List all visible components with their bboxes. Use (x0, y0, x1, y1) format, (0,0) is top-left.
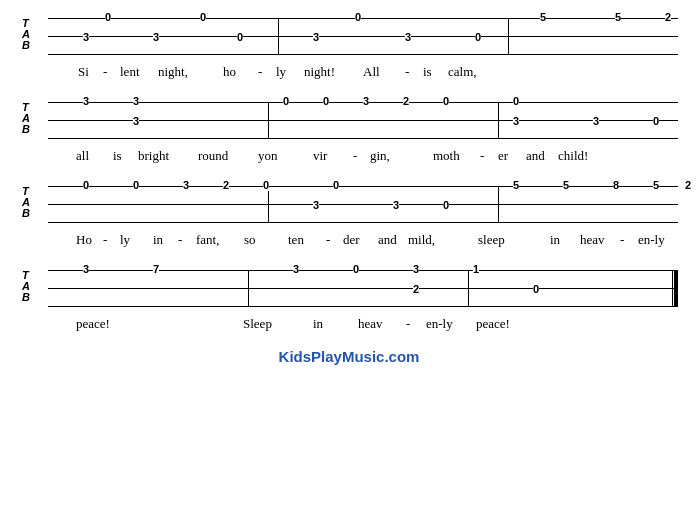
lyric-word-14: heav (580, 232, 605, 248)
tab-number-11: 0 (653, 116, 659, 127)
tab-section-4: TAB37303120peace! Sleep in heav - en-ly … (20, 262, 678, 338)
tab-number-8: 3 (133, 116, 139, 127)
tab-number-10: 3 (593, 116, 599, 127)
staff-2: TAB330032003330 (20, 94, 678, 146)
tab-number-4: 5 (615, 12, 621, 23)
staff-line-2 (48, 54, 678, 55)
lyric-word-6: so (244, 232, 256, 248)
lyric-word-4: yon (258, 148, 278, 164)
tab-number-3: 0 (353, 264, 359, 275)
lyric-word-3: night, (158, 64, 188, 80)
lyric-word-7: night! (304, 64, 335, 80)
tab-number-7: 0 (513, 96, 519, 107)
tab-section-2: TAB330032003330all is bright round yon v… (20, 94, 678, 170)
tab-number-6: 5 (513, 180, 519, 191)
lyric-word-0: Si (78, 64, 89, 80)
tab-number-13: 0 (443, 200, 449, 211)
lyric-word-2: bright (138, 148, 169, 164)
lyric-word-13: in (550, 232, 560, 248)
tab-number-0: 0 (105, 12, 111, 23)
lyric-word-2: in (313, 316, 323, 332)
lyric-word-4: - (406, 316, 410, 332)
end-bar-thin (672, 270, 673, 307)
bar-line-0 (268, 102, 269, 139)
staff-line-0 (48, 186, 678, 187)
lyric-word-1: - (103, 232, 107, 248)
bar-line-1 (498, 186, 499, 223)
staff-lines (48, 18, 678, 54)
bar-line-0 (268, 186, 269, 223)
lyric-word-8: All (363, 64, 380, 80)
lyric-word-15: - (620, 232, 624, 248)
lyric-word-8: moth (433, 148, 460, 164)
staff-line-0 (48, 270, 678, 271)
tab-number-10: 3 (405, 32, 411, 43)
lyric-word-5: fant, (196, 232, 219, 248)
tab-number-10: 2 (685, 180, 691, 191)
lyrics-line-1: Si - lent night, ho - ly night! All - is… (20, 64, 678, 86)
staff-lines (48, 186, 678, 222)
lyric-word-12: child! (558, 148, 588, 164)
lyric-word-0: peace! (76, 316, 110, 332)
lyric-word-2: ly (120, 232, 130, 248)
tab-number-5: 0 (333, 180, 339, 191)
lyric-word-1: - (103, 64, 107, 80)
lyric-word-3: round (198, 148, 228, 164)
lyric-word-6: - (353, 148, 357, 164)
tab-number-5: 2 (403, 96, 409, 107)
footer-link[interactable]: KidsPlayMusic.com (20, 348, 678, 365)
bar-line-1 (468, 270, 469, 307)
tab-number-0: 3 (83, 264, 89, 275)
tab-number-11: 0 (475, 32, 481, 43)
lyric-word-16: en-ly (638, 232, 665, 248)
bar-line-0 (248, 270, 249, 307)
tab-number-1: 7 (153, 264, 159, 275)
tab-number-11: 3 (313, 200, 319, 211)
tab-number-9: 3 (513, 116, 519, 127)
lyrics-line-2: all is bright round yon vir - gin, moth … (20, 148, 678, 170)
tab-number-9: 3 (313, 32, 319, 43)
tab-number-8: 0 (237, 32, 243, 43)
lyrics-line-4: peace! Sleep in heav - en-ly peace! (20, 316, 678, 338)
lyric-word-12: sleep (478, 232, 505, 248)
staff-line-2 (48, 306, 678, 307)
lyric-word-11: mild, (408, 232, 435, 248)
staff-line-0 (48, 18, 678, 19)
lyric-word-2: lent (120, 64, 140, 80)
tab-number-8: 8 (613, 180, 619, 191)
tab-number-1: 0 (133, 180, 139, 191)
tab-number-7: 5 (563, 180, 569, 191)
staff-line-1 (48, 36, 678, 37)
lyric-word-5: en-ly (426, 316, 453, 332)
staff-lines (48, 270, 678, 306)
tab-section-1: TAB000552330330Si - lent night, ho - ly … (20, 10, 678, 86)
lyric-word-11: and (526, 148, 545, 164)
tab-number-7: 0 (533, 284, 539, 295)
tab-number-4: 3 (413, 264, 419, 275)
tab-number-4: 0 (263, 180, 269, 191)
lyric-word-9: - (405, 64, 409, 80)
lyric-word-7: gin, (370, 148, 390, 164)
tab-section-3: TAB00320055852330Ho - ly in - fant,so te… (20, 178, 678, 254)
tab-label: TAB (22, 186, 30, 219)
staff-3: TAB00320055852330 (20, 178, 678, 230)
tab-sheet: TAB000552330330Si - lent night, ho - ly … (20, 10, 678, 338)
tab-label: TAB (22, 18, 30, 51)
tab-number-12: 3 (393, 200, 399, 211)
lyric-word-1: Sleep (243, 316, 272, 332)
lyric-word-5: vir (313, 148, 327, 164)
tab-number-5: 1 (473, 264, 479, 275)
staff-line-1 (48, 288, 678, 289)
tab-number-3: 2 (223, 180, 229, 191)
staff-line-1 (48, 204, 678, 205)
lyric-word-10: er (498, 148, 508, 164)
tab-label: TAB (22, 102, 30, 135)
staff-4: TAB37303120 (20, 262, 678, 314)
lyric-word-11: calm, (448, 64, 477, 80)
tab-number-5: 2 (665, 12, 671, 23)
tab-number-1: 3 (133, 96, 139, 107)
tab-number-6: 3 (83, 32, 89, 43)
tab-number-2: 3 (183, 180, 189, 191)
staff-lines (48, 102, 678, 138)
tab-number-2: 3 (293, 264, 299, 275)
